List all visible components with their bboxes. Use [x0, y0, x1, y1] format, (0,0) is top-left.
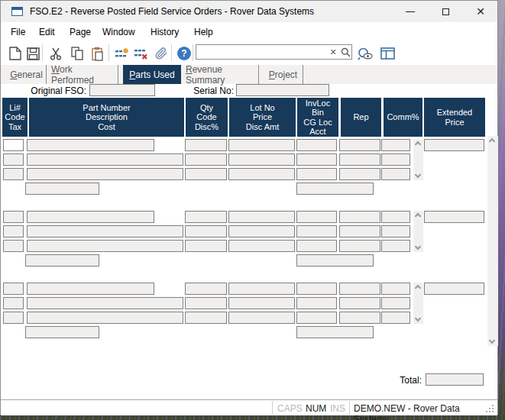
cg-loc-field[interactable] [296, 312, 337, 324]
extended-price-field[interactable] [424, 211, 484, 223]
disc-amt-field[interactable] [228, 240, 295, 252]
resize-grip-icon[interactable] [486, 405, 494, 413]
save-button[interactable] [24, 45, 41, 62]
minimize-button[interactable]: — [393, 1, 428, 22]
disc-pct-field[interactable] [185, 240, 227, 252]
extended-price-field[interactable] [424, 139, 484, 151]
scroll-down-icon[interactable] [415, 244, 421, 250]
tax-field[interactable] [3, 168, 24, 180]
scroll-down-icon[interactable] [415, 315, 421, 321]
tab-revenue-summary[interactable]: Revenue Summary [186, 65, 259, 84]
menu-page[interactable]: Page [70, 27, 91, 37]
detail-field[interactable] [25, 326, 99, 338]
search-input[interactable] [196, 46, 327, 58]
lot-no-field[interactable] [228, 211, 295, 223]
rep-field-3[interactable] [339, 168, 380, 180]
row-group-scrollbar[interactable] [413, 211, 423, 252]
original-fso-field[interactable] [89, 84, 155, 96]
cut-button[interactable] [47, 45, 64, 62]
tab-project[interactable]: Project [264, 65, 303, 84]
invloc-field[interactable] [296, 283, 337, 295]
new-document-button[interactable] [7, 45, 24, 62]
disc-pct-field[interactable] [185, 312, 227, 324]
search-magnifier-icon[interactable] [339, 46, 351, 58]
tax-field[interactable] [3, 240, 24, 252]
part-number-field[interactable] [27, 211, 154, 223]
comm-field-3[interactable] [381, 312, 410, 324]
row-group-scrollbar[interactable] [413, 139, 423, 180]
li-number-field[interactable] [3, 283, 24, 295]
menu-history[interactable]: History [151, 27, 179, 37]
serial-no-field[interactable] [236, 84, 329, 96]
scroll-up-icon[interactable] [415, 141, 421, 147]
insert-rows-button[interactable] [113, 45, 130, 62]
detail-field[interactable] [25, 183, 99, 195]
qty-field[interactable] [185, 139, 227, 151]
comm-field-2[interactable] [381, 225, 410, 237]
extended-price-field[interactable] [424, 283, 484, 295]
li-number-field[interactable] [3, 139, 24, 151]
search-clear-icon[interactable]: ✕ [327, 46, 339, 58]
qty-field[interactable] [185, 283, 227, 295]
code-field[interactable] [3, 153, 24, 166]
disc-amt-field[interactable] [228, 168, 295, 180]
cost-field[interactable] [27, 168, 183, 180]
price-field[interactable] [228, 297, 295, 309]
comm-field-3[interactable] [381, 168, 410, 180]
description-field[interactable] [27, 297, 183, 309]
scroll-down-icon[interactable] [415, 172, 421, 178]
price-field[interactable] [228, 153, 295, 166]
rep-field-2[interactable] [339, 225, 380, 237]
acct-field[interactable] [296, 326, 374, 338]
row-group-scrollbar[interactable] [413, 283, 423, 324]
qty-field[interactable] [185, 211, 227, 223]
cost-field[interactable] [27, 240, 183, 252]
menu-help[interactable]: Help [194, 27, 213, 37]
tax-field[interactable] [3, 312, 24, 324]
disc-pct-field[interactable] [185, 168, 227, 180]
help-button[interactable]: ? [176, 45, 193, 62]
comm-field-1[interactable] [381, 283, 410, 295]
qty-code-field[interactable] [185, 225, 227, 237]
qty-code-field[interactable] [185, 297, 227, 309]
delete-rows-button[interactable] [132, 45, 149, 62]
bin-field[interactable] [296, 153, 337, 166]
cg-loc-field[interactable] [296, 168, 337, 180]
acct-field[interactable] [296, 254, 374, 267]
total-field[interactable] [426, 373, 484, 386]
lot-no-field[interactable] [228, 139, 295, 151]
tab-work-performed[interactable]: Work Performed [51, 65, 118, 84]
bin-field[interactable] [296, 297, 337, 309]
disc-amt-field[interactable] [228, 312, 295, 324]
tab-general[interactable]: General [7, 65, 47, 84]
comm-field-2[interactable] [381, 297, 410, 309]
find-preview-button[interactable] [357, 45, 374, 62]
description-field[interactable] [27, 153, 183, 166]
scroll-up-icon[interactable] [489, 138, 495, 144]
lot-no-field[interactable] [228, 283, 295, 295]
title-bar[interactable]: FSO.E2 - Reverse Posted Field Service Or… [1, 1, 497, 22]
grid-scrollbar[interactable] [487, 136, 498, 346]
cost-field[interactable] [27, 312, 183, 324]
rep-field-3[interactable] [339, 312, 380, 324]
part-number-field[interactable] [27, 283, 154, 295]
rep-field-2[interactable] [339, 297, 380, 309]
tab-parts-used[interactable]: Parts Used [123, 65, 181, 84]
detail-field[interactable] [25, 254, 99, 267]
rep-field-1[interactable] [339, 211, 380, 223]
maximize-button[interactable] [428, 1, 463, 22]
window-layout-button[interactable] [379, 45, 396, 62]
code-field[interactable] [3, 297, 24, 309]
bin-field[interactable] [296, 225, 337, 237]
invloc-field[interactable] [296, 211, 337, 223]
part-number-field[interactable] [27, 139, 154, 151]
comm-field-1[interactable] [381, 211, 410, 223]
acct-field[interactable] [296, 183, 374, 195]
comm-field-3[interactable] [381, 240, 410, 252]
rep-field-2[interactable] [339, 153, 380, 166]
menu-file[interactable]: File [11, 27, 25, 37]
close-button[interactable]: ✕ [463, 1, 498, 22]
description-field[interactable] [27, 225, 183, 237]
attachment-button[interactable] [153, 45, 170, 62]
comm-field-2[interactable] [381, 153, 410, 166]
